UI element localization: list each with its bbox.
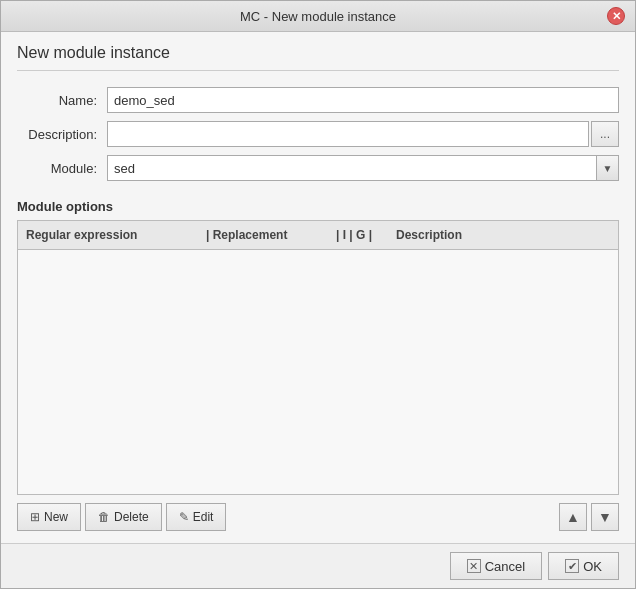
down-button[interactable]: ▼ — [591, 503, 619, 531]
dialog-footer: ✕ Cancel ✔ OK — [1, 543, 635, 588]
ok-button[interactable]: ✔ OK — [548, 552, 619, 580]
name-input[interactable] — [107, 87, 619, 113]
table-header: Regular expression | Replacement | I | G… — [18, 221, 618, 250]
new-icon: ⊞ — [30, 510, 40, 524]
description-row: Description: ... — [17, 121, 619, 147]
up-button[interactable]: ▲ — [559, 503, 587, 531]
ok-icon: ✔ — [565, 559, 579, 573]
cancel-label: Cancel — [485, 559, 525, 574]
edit-button[interactable]: ✎ Edit — [166, 503, 227, 531]
edit-icon: ✎ — [179, 510, 189, 524]
close-button[interactable]: ✕ — [607, 7, 625, 25]
name-label: Name: — [17, 93, 107, 108]
cancel-button[interactable]: ✕ Cancel — [450, 552, 542, 580]
description-label: Description: — [17, 127, 107, 142]
ok-label: OK — [583, 559, 602, 574]
delete-button[interactable]: 🗑 Delete — [85, 503, 162, 531]
table-body — [18, 250, 618, 494]
col-header-description: Description — [388, 225, 618, 245]
col-header-regex: Regular expression — [18, 225, 198, 245]
delete-icon: 🗑 — [98, 510, 110, 524]
dialog-title: MC - New module instance — [29, 9, 607, 24]
title-bar: MC - New module instance ✕ — [1, 1, 635, 32]
module-label: Module: — [17, 161, 107, 176]
col-header-flags: | I | G | — [328, 225, 388, 245]
col-header-replacement: | Replacement — [198, 225, 328, 245]
module-input[interactable] — [107, 155, 597, 181]
module-options-title: Module options — [17, 199, 619, 214]
module-row: Module: ▼ — [17, 155, 619, 181]
new-button[interactable]: ⊞ New — [17, 503, 81, 531]
browse-button[interactable]: ... — [591, 121, 619, 147]
dialog-window: MC - New module instance ✕ New module in… — [0, 0, 636, 589]
action-buttons: ⊞ New 🗑 Delete ✎ Edit ▲ ▼ — [17, 503, 619, 531]
new-label: New — [44, 510, 68, 524]
delete-label: Delete — [114, 510, 149, 524]
description-input[interactable] — [107, 121, 589, 147]
module-options-table: Regular expression | Replacement | I | G… — [17, 220, 619, 495]
dialog-body: New module instance Name: Description: .… — [1, 32, 635, 543]
dialog-heading: New module instance — [17, 44, 619, 71]
module-dropdown-button[interactable]: ▼ — [597, 155, 619, 181]
name-row: Name: — [17, 87, 619, 113]
cancel-icon: ✕ — [467, 559, 481, 573]
edit-label: Edit — [193, 510, 214, 524]
